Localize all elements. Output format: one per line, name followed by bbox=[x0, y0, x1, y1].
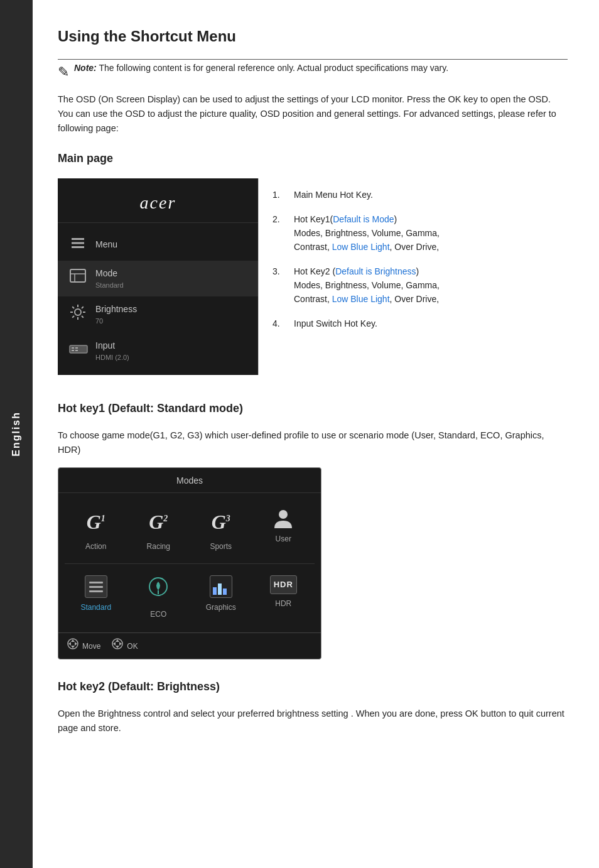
main-page-title: Main page bbox=[58, 150, 568, 167]
svg-rect-2 bbox=[72, 246, 84, 248]
osd-item-input: Input HDMI (2.0) bbox=[58, 333, 258, 369]
footer-move-label: Move bbox=[82, 641, 100, 652]
svg-rect-17 bbox=[72, 350, 74, 351]
hdr-icon: HDR bbox=[270, 575, 297, 594]
osd-item-menu-text: Menu bbox=[95, 238, 117, 251]
osd-item-brightness-text: Brightness 70 bbox=[95, 303, 137, 327]
key2-blue2: Low Blue Light bbox=[332, 242, 390, 252]
main-content: Using the Shortcut Menu ✎ Note: The foll… bbox=[33, 0, 599, 868]
g3-icon: G3 bbox=[212, 507, 230, 537]
key-num-4: 4. bbox=[273, 317, 285, 330]
svg-point-6 bbox=[75, 309, 81, 315]
hotkey2-title: Hot key2 (Default: Brightness) bbox=[58, 678, 568, 695]
note-divider bbox=[58, 59, 568, 60]
svg-rect-18 bbox=[75, 347, 78, 349]
osd-menu-items: Menu Mode bbox=[58, 223, 258, 376]
osd-item-menu: Menu bbox=[58, 229, 258, 261]
eco-icon bbox=[147, 575, 170, 605]
footer-move: Move bbox=[67, 638, 100, 654]
mode-label-user: User bbox=[276, 533, 291, 545]
osd-brightness-sub: 70 bbox=[95, 316, 137, 327]
hotkey2-desc: Open the Brightness control and select y… bbox=[58, 707, 568, 735]
osd-item-brightness: Brightness 70 bbox=[58, 296, 258, 333]
hotkey1-title: Hot key1 (Default: Standard mode) bbox=[58, 400, 568, 417]
brightness-icon bbox=[69, 304, 87, 325]
key-desc-text-2: Hot Key1(Default is Mode) Modes, Brightn… bbox=[294, 213, 440, 254]
menu-icon bbox=[69, 236, 87, 254]
user-icon bbox=[272, 507, 294, 529]
mode-item-eco[interactable]: ECO bbox=[127, 570, 190, 625]
mode-label-sports: Sports bbox=[210, 541, 232, 552]
osd-item-mode-text: Mode Standard bbox=[95, 267, 124, 291]
svg-marker-29 bbox=[116, 639, 119, 642]
mode-item-standard[interactable]: Standard bbox=[65, 570, 127, 625]
key-desc-text-3: Hot Key2 (Default is Brightness) Modes, … bbox=[294, 265, 440, 306]
key-desc-4: 4. Input Switch Hot Key. bbox=[273, 317, 554, 331]
svg-marker-25 bbox=[71, 646, 75, 648]
osd-logo: acer bbox=[58, 178, 258, 223]
svg-rect-15 bbox=[70, 345, 87, 353]
note-body: The following content is for general ref… bbox=[99, 63, 448, 73]
note-bold: Note: bbox=[74, 63, 97, 73]
mode-label-action: Action bbox=[85, 541, 106, 552]
mode-icon bbox=[69, 269, 87, 288]
osd-mode-label: Mode bbox=[95, 267, 124, 280]
footer-ok: OK bbox=[112, 638, 138, 654]
key-desc-1: 1. Main Menu Hot Key. bbox=[273, 188, 554, 202]
key-num-1: 1. bbox=[273, 188, 285, 202]
svg-rect-16 bbox=[72, 347, 74, 349]
mode-label-racing: Racing bbox=[147, 541, 170, 552]
osd-item-input-text: Input HDMI (2.0) bbox=[95, 339, 129, 363]
svg-line-11 bbox=[72, 307, 74, 308]
ok-icon bbox=[112, 638, 123, 654]
svg-marker-31 bbox=[113, 642, 116, 646]
note-content: Note: The following content is for gener… bbox=[74, 61, 448, 75]
key3-blue2: Low Blue Light bbox=[332, 294, 390, 304]
input-icon bbox=[69, 341, 87, 360]
osd-description: The OSD (On Screen Display) can be used … bbox=[58, 92, 568, 136]
osd-panel: acer Menu bbox=[58, 178, 259, 376]
modes-title: Modes bbox=[58, 468, 321, 493]
svg-marker-30 bbox=[116, 646, 119, 648]
svg-line-13 bbox=[82, 307, 84, 308]
svg-marker-26 bbox=[68, 642, 71, 646]
svg-marker-32 bbox=[119, 642, 122, 646]
mode-item-user[interactable]: User bbox=[252, 502, 315, 557]
key-desc-text-4: Input Switch Hot Key. bbox=[294, 317, 377, 331]
key-desc-3: 3. Hot Key2 (Default is Brightness) Mode… bbox=[273, 265, 554, 306]
svg-rect-19 bbox=[75, 350, 78, 351]
page-title: Using the Shortcut Menu bbox=[58, 25, 568, 48]
main-page-section: acer Menu bbox=[58, 178, 568, 376]
mode-label-graphics: Graphics bbox=[206, 602, 236, 613]
standard-icon bbox=[85, 575, 107, 598]
mode-label-hdr: HDR bbox=[275, 598, 291, 609]
g2-icon: G2 bbox=[149, 507, 168, 537]
mode-label-standard: Standard bbox=[80, 602, 111, 613]
sidebar-label: English bbox=[9, 411, 24, 457]
key-descriptions: 1. Main Menu Hot Key. 2. Hot Key1(Defaul… bbox=[259, 178, 568, 376]
osd-mode-sub: Standard bbox=[95, 280, 124, 291]
svg-line-14 bbox=[72, 316, 74, 318]
note-box: ✎ Note: The following content is for gen… bbox=[58, 61, 568, 82]
svg-point-20 bbox=[279, 510, 288, 519]
osd-input-label: Input bbox=[95, 339, 129, 352]
svg-marker-27 bbox=[75, 642, 77, 646]
graphics-icon bbox=[210, 575, 232, 598]
key-desc-2: 2. Hot Key1(Default is Mode) Modes, Brig… bbox=[273, 213, 554, 254]
mode-item-hdr[interactable]: HDR HDR bbox=[252, 570, 315, 625]
g1-icon: G1 bbox=[87, 507, 105, 537]
key-num-2: 2. bbox=[273, 213, 285, 226]
footer-ok-label: OK bbox=[127, 641, 138, 652]
osd-brightness-label: Brightness bbox=[95, 303, 137, 316]
hotkey1-desc: To choose game mode(G1, G2, G3) which us… bbox=[58, 428, 568, 457]
osd-menu-label: Menu bbox=[95, 238, 117, 251]
modes-panel: Modes G1 Action G2 Racing G3 Sports bbox=[58, 467, 321, 659]
note-text: Note: The following content is for gener… bbox=[74, 63, 448, 73]
mode-item-graphics[interactable]: Graphics bbox=[190, 570, 252, 625]
mode-item-racing[interactable]: G2 Racing bbox=[127, 502, 190, 557]
mode-item-action[interactable]: G1 Action bbox=[65, 502, 127, 557]
svg-rect-0 bbox=[72, 238, 84, 240]
move-icon bbox=[67, 638, 78, 654]
key-num-3: 3. bbox=[273, 265, 285, 278]
mode-item-sports[interactable]: G3 Sports bbox=[190, 502, 252, 557]
